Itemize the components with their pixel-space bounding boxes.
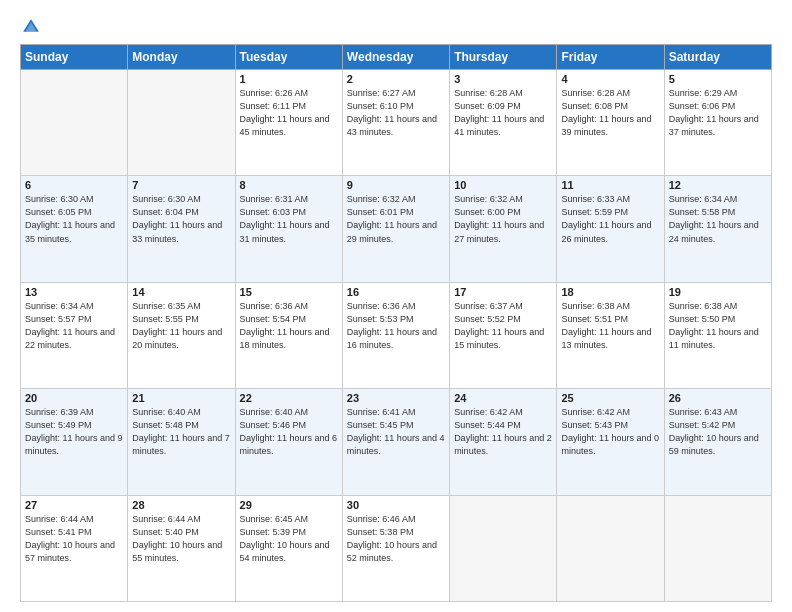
calendar-cell: 29Sunrise: 6:45 AM Sunset: 5:39 PM Dayli… bbox=[235, 495, 342, 601]
calendar-cell: 15Sunrise: 6:36 AM Sunset: 5:54 PM Dayli… bbox=[235, 282, 342, 388]
day-info: Sunrise: 6:46 AM Sunset: 5:38 PM Dayligh… bbox=[347, 513, 445, 565]
day-info: Sunrise: 6:43 AM Sunset: 5:42 PM Dayligh… bbox=[669, 406, 767, 458]
calendar-cell: 24Sunrise: 6:42 AM Sunset: 5:44 PM Dayli… bbox=[450, 389, 557, 495]
day-info: Sunrise: 6:34 AM Sunset: 5:58 PM Dayligh… bbox=[669, 193, 767, 245]
day-info: Sunrise: 6:42 AM Sunset: 5:44 PM Dayligh… bbox=[454, 406, 552, 458]
weekday-header-friday: Friday bbox=[557, 45, 664, 70]
calendar-cell: 16Sunrise: 6:36 AM Sunset: 5:53 PM Dayli… bbox=[342, 282, 449, 388]
day-number: 4 bbox=[561, 73, 659, 85]
day-info: Sunrise: 6:38 AM Sunset: 5:51 PM Dayligh… bbox=[561, 300, 659, 352]
day-number: 17 bbox=[454, 286, 552, 298]
weekday-header-sunday: Sunday bbox=[21, 45, 128, 70]
day-info: Sunrise: 6:34 AM Sunset: 5:57 PM Dayligh… bbox=[25, 300, 123, 352]
week-row-1: 1Sunrise: 6:26 AM Sunset: 6:11 PM Daylig… bbox=[21, 70, 772, 176]
calendar-table: SundayMondayTuesdayWednesdayThursdayFrid… bbox=[20, 44, 772, 602]
day-number: 6 bbox=[25, 179, 123, 191]
week-row-5: 27Sunrise: 6:44 AM Sunset: 5:41 PM Dayli… bbox=[21, 495, 772, 601]
day-number: 14 bbox=[132, 286, 230, 298]
calendar-cell: 13Sunrise: 6:34 AM Sunset: 5:57 PM Dayli… bbox=[21, 282, 128, 388]
day-number: 23 bbox=[347, 392, 445, 404]
day-number: 10 bbox=[454, 179, 552, 191]
weekday-header-wednesday: Wednesday bbox=[342, 45, 449, 70]
day-number: 2 bbox=[347, 73, 445, 85]
day-info: Sunrise: 6:26 AM Sunset: 6:11 PM Dayligh… bbox=[240, 87, 338, 139]
calendar-cell: 4Sunrise: 6:28 AM Sunset: 6:08 PM Daylig… bbox=[557, 70, 664, 176]
calendar-cell bbox=[450, 495, 557, 601]
day-number: 27 bbox=[25, 499, 123, 511]
calendar-cell: 22Sunrise: 6:40 AM Sunset: 5:46 PM Dayli… bbox=[235, 389, 342, 495]
calendar-cell: 17Sunrise: 6:37 AM Sunset: 5:52 PM Dayli… bbox=[450, 282, 557, 388]
day-number: 16 bbox=[347, 286, 445, 298]
day-info: Sunrise: 6:33 AM Sunset: 5:59 PM Dayligh… bbox=[561, 193, 659, 245]
day-number: 11 bbox=[561, 179, 659, 191]
day-number: 1 bbox=[240, 73, 338, 85]
day-info: Sunrise: 6:28 AM Sunset: 6:08 PM Dayligh… bbox=[561, 87, 659, 139]
calendar-cell: 8Sunrise: 6:31 AM Sunset: 6:03 PM Daylig… bbox=[235, 176, 342, 282]
page: SundayMondayTuesdayWednesdayThursdayFrid… bbox=[0, 0, 792, 612]
day-info: Sunrise: 6:29 AM Sunset: 6:06 PM Dayligh… bbox=[669, 87, 767, 139]
calendar-cell: 5Sunrise: 6:29 AM Sunset: 6:06 PM Daylig… bbox=[664, 70, 771, 176]
day-number: 13 bbox=[25, 286, 123, 298]
calendar-cell: 25Sunrise: 6:42 AM Sunset: 5:43 PM Dayli… bbox=[557, 389, 664, 495]
weekday-header-row: SundayMondayTuesdayWednesdayThursdayFrid… bbox=[21, 45, 772, 70]
day-info: Sunrise: 6:27 AM Sunset: 6:10 PM Dayligh… bbox=[347, 87, 445, 139]
day-number: 3 bbox=[454, 73, 552, 85]
day-info: Sunrise: 6:30 AM Sunset: 6:05 PM Dayligh… bbox=[25, 193, 123, 245]
calendar-cell bbox=[557, 495, 664, 601]
day-number: 18 bbox=[561, 286, 659, 298]
header bbox=[20, 16, 772, 38]
week-row-3: 13Sunrise: 6:34 AM Sunset: 5:57 PM Dayli… bbox=[21, 282, 772, 388]
weekday-header-monday: Monday bbox=[128, 45, 235, 70]
calendar-cell: 26Sunrise: 6:43 AM Sunset: 5:42 PM Dayli… bbox=[664, 389, 771, 495]
calendar-cell bbox=[21, 70, 128, 176]
day-number: 26 bbox=[669, 392, 767, 404]
day-number: 24 bbox=[454, 392, 552, 404]
day-number: 22 bbox=[240, 392, 338, 404]
calendar-cell bbox=[664, 495, 771, 601]
day-number: 15 bbox=[240, 286, 338, 298]
day-info: Sunrise: 6:40 AM Sunset: 5:46 PM Dayligh… bbox=[240, 406, 338, 458]
calendar-cell: 19Sunrise: 6:38 AM Sunset: 5:50 PM Dayli… bbox=[664, 282, 771, 388]
calendar-cell: 3Sunrise: 6:28 AM Sunset: 6:09 PM Daylig… bbox=[450, 70, 557, 176]
day-info: Sunrise: 6:31 AM Sunset: 6:03 PM Dayligh… bbox=[240, 193, 338, 245]
logo-icon bbox=[20, 16, 42, 38]
day-info: Sunrise: 6:41 AM Sunset: 5:45 PM Dayligh… bbox=[347, 406, 445, 458]
calendar-cell: 12Sunrise: 6:34 AM Sunset: 5:58 PM Dayli… bbox=[664, 176, 771, 282]
week-row-4: 20Sunrise: 6:39 AM Sunset: 5:49 PM Dayli… bbox=[21, 389, 772, 495]
day-number: 8 bbox=[240, 179, 338, 191]
day-number: 12 bbox=[669, 179, 767, 191]
day-number: 29 bbox=[240, 499, 338, 511]
day-info: Sunrise: 6:37 AM Sunset: 5:52 PM Dayligh… bbox=[454, 300, 552, 352]
day-info: Sunrise: 6:30 AM Sunset: 6:04 PM Dayligh… bbox=[132, 193, 230, 245]
day-info: Sunrise: 6:36 AM Sunset: 5:53 PM Dayligh… bbox=[347, 300, 445, 352]
calendar-cell: 23Sunrise: 6:41 AM Sunset: 5:45 PM Dayli… bbox=[342, 389, 449, 495]
calendar-cell: 11Sunrise: 6:33 AM Sunset: 5:59 PM Dayli… bbox=[557, 176, 664, 282]
calendar-cell: 18Sunrise: 6:38 AM Sunset: 5:51 PM Dayli… bbox=[557, 282, 664, 388]
calendar-cell bbox=[128, 70, 235, 176]
calendar-cell: 9Sunrise: 6:32 AM Sunset: 6:01 PM Daylig… bbox=[342, 176, 449, 282]
day-number: 25 bbox=[561, 392, 659, 404]
weekday-header-thursday: Thursday bbox=[450, 45, 557, 70]
calendar-cell: 14Sunrise: 6:35 AM Sunset: 5:55 PM Dayli… bbox=[128, 282, 235, 388]
day-number: 28 bbox=[132, 499, 230, 511]
calendar-cell: 7Sunrise: 6:30 AM Sunset: 6:04 PM Daylig… bbox=[128, 176, 235, 282]
day-info: Sunrise: 6:39 AM Sunset: 5:49 PM Dayligh… bbox=[25, 406, 123, 458]
day-info: Sunrise: 6:42 AM Sunset: 5:43 PM Dayligh… bbox=[561, 406, 659, 458]
week-row-2: 6Sunrise: 6:30 AM Sunset: 6:05 PM Daylig… bbox=[21, 176, 772, 282]
day-info: Sunrise: 6:38 AM Sunset: 5:50 PM Dayligh… bbox=[669, 300, 767, 352]
calendar-cell: 27Sunrise: 6:44 AM Sunset: 5:41 PM Dayli… bbox=[21, 495, 128, 601]
day-number: 7 bbox=[132, 179, 230, 191]
calendar-cell: 30Sunrise: 6:46 AM Sunset: 5:38 PM Dayli… bbox=[342, 495, 449, 601]
day-info: Sunrise: 6:44 AM Sunset: 5:41 PM Dayligh… bbox=[25, 513, 123, 565]
day-number: 5 bbox=[669, 73, 767, 85]
day-info: Sunrise: 6:45 AM Sunset: 5:39 PM Dayligh… bbox=[240, 513, 338, 565]
day-number: 21 bbox=[132, 392, 230, 404]
day-info: Sunrise: 6:32 AM Sunset: 6:01 PM Dayligh… bbox=[347, 193, 445, 245]
day-info: Sunrise: 6:36 AM Sunset: 5:54 PM Dayligh… bbox=[240, 300, 338, 352]
day-info: Sunrise: 6:28 AM Sunset: 6:09 PM Dayligh… bbox=[454, 87, 552, 139]
calendar-cell: 1Sunrise: 6:26 AM Sunset: 6:11 PM Daylig… bbox=[235, 70, 342, 176]
day-info: Sunrise: 6:32 AM Sunset: 6:00 PM Dayligh… bbox=[454, 193, 552, 245]
day-number: 19 bbox=[669, 286, 767, 298]
calendar-cell: 28Sunrise: 6:44 AM Sunset: 5:40 PM Dayli… bbox=[128, 495, 235, 601]
day-number: 30 bbox=[347, 499, 445, 511]
